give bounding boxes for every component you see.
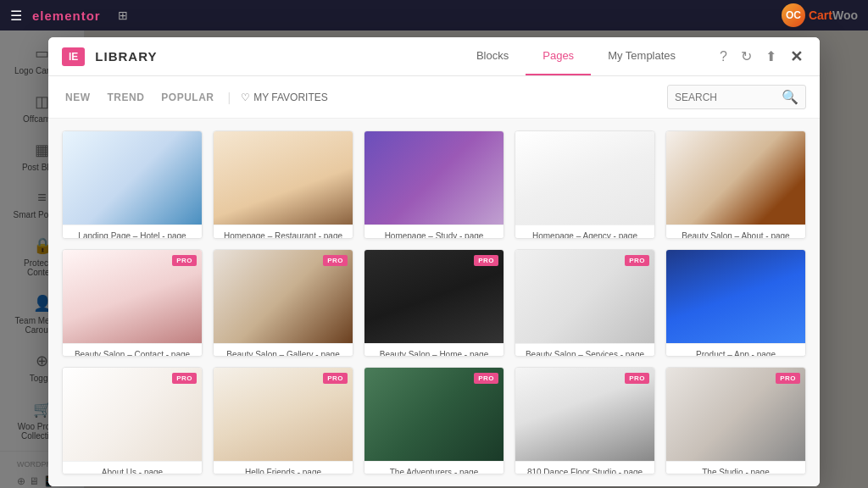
template-card[interactable]: Homepage – Agency - page — [515, 130, 655, 238]
template-label: Beauty Salon – Gallery - page — [214, 343, 353, 357]
template-thumbnail: PRO — [515, 368, 654, 461]
brand-name: CartWoo — [809, 8, 858, 22]
template-card[interactable]: PROBeauty Salon – Gallery - page — [213, 249, 353, 357]
template-thumbnail: PRO — [214, 250, 353, 343]
template-thumbnail: PRO — [364, 368, 504, 461]
filter-trend[interactable]: TREND — [104, 90, 148, 105]
template-label: Homepage – Agency - page — [515, 225, 654, 238]
library-badge: IE — [62, 47, 85, 66]
template-label: Landing Page – Hotel - page — [63, 225, 202, 238]
template-label: Product – App - page — [666, 343, 805, 357]
template-label: Beauty Salon – Services - page — [515, 343, 654, 357]
filter-bar: NEW TREND POPULAR | ♡ MY FAVORITES 🔍 — [48, 76, 820, 119]
template-card[interactable]: PROBeauty Salon – Home - page — [364, 249, 504, 357]
template-thumbnail — [63, 131, 202, 225]
modal-header: IE LIBRARY Blocks Pages My Templates ? ↻… — [48, 37, 820, 76]
grid-icon[interactable]: ⊞ — [118, 8, 128, 22]
template-thumbnail: PRO — [666, 368, 805, 461]
template-card[interactable]: Beauty Salon – About - page — [665, 130, 806, 238]
template-label: Beauty Salon – Home - page — [364, 343, 504, 357]
template-card[interactable]: Homepage – Restaurant - page — [213, 130, 353, 238]
tab-blocks[interactable]: Blocks — [459, 37, 526, 75]
templates-grid: Landing Page – Hotel - pageHomepage – Re… — [48, 119, 820, 486]
template-card[interactable]: PROThe Studio - page — [665, 367, 806, 474]
help-icon[interactable]: ? — [716, 46, 731, 68]
template-card[interactable]: PROBeauty Salon – Services - page — [515, 249, 655, 357]
close-icon[interactable]: ✕ — [787, 44, 806, 69]
brand-logo-icon: OC — [782, 3, 805, 27]
template-thumbnail — [666, 131, 805, 225]
tab-my-templates[interactable]: My Templates — [591, 37, 693, 75]
template-thumbnail: PRO — [515, 250, 654, 343]
template-thumbnail — [214, 131, 353, 225]
template-thumbnail: PRO — [364, 250, 504, 343]
filter-popular[interactable]: POPULAR — [158, 90, 217, 105]
template-card[interactable]: Product – App - page — [665, 249, 806, 357]
template-label: The Studio - page — [666, 461, 805, 474]
favorites-button[interactable]: ♡ MY FAVORITES — [241, 92, 328, 103]
tab-pages[interactable]: Pages — [526, 37, 591, 75]
template-label: The Adventurers - page — [364, 461, 504, 474]
template-label: Beauty Salon – About - page — [666, 225, 805, 238]
template-card[interactable]: PRO810 Dance Floor Studio - page — [515, 367, 655, 474]
template-thumbnail — [666, 250, 805, 343]
template-thumbnail — [364, 131, 504, 225]
template-thumbnail: PRO — [214, 368, 353, 461]
topbar: ☰ elementor ⊞ OC CartWoo — [0, 0, 868, 30]
search-input[interactable] — [675, 92, 776, 103]
modal-overlay: IE LIBRARY Blocks Pages My Templates ? ↻… — [0, 30, 868, 488]
modal-header-icons: ? ↻ ⬆ ✕ — [716, 44, 806, 69]
heart-icon: ♡ — [241, 92, 250, 103]
library-title: LIBRARY — [95, 49, 157, 64]
template-label: 810 Dance Floor Studio - page — [515, 461, 654, 474]
template-thumbnail — [515, 131, 654, 225]
template-thumbnail: PRO — [63, 368, 202, 461]
modal-tabs: Blocks Pages My Templates — [459, 37, 693, 75]
filter-separator: | — [228, 91, 231, 104]
template-label: Beauty Salon – Contact - page — [63, 343, 202, 357]
upload-icon[interactable]: ⬆ — [762, 45, 780, 68]
template-thumbnail: PRO — [63, 250, 202, 343]
favorites-label: MY FAVORITES — [253, 92, 328, 103]
refresh-icon[interactable]: ↻ — [737, 45, 755, 68]
template-card[interactable]: Homepage – Study - page — [364, 130, 504, 238]
template-label: Homepage – Restaurant - page — [214, 225, 353, 238]
template-label: About Us - page — [63, 461, 202, 474]
filter-new[interactable]: NEW — [62, 90, 94, 105]
template-card[interactable]: PROThe Adventurers - page — [364, 367, 504, 474]
search-box[interactable]: 🔍 — [667, 85, 806, 109]
template-card[interactable]: Landing Page – Hotel - page — [62, 130, 203, 238]
template-card[interactable]: PROAbout Us - page — [62, 367, 203, 474]
search-icon: 🔍 — [782, 89, 798, 105]
hamburger-icon[interactable]: ☰ — [10, 8, 22, 24]
brand-right: OC CartWoo — [782, 3, 858, 27]
modal-box: IE LIBRARY Blocks Pages My Templates ? ↻… — [48, 37, 820, 486]
template-card[interactable]: PROHello Friends - page — [213, 367, 353, 474]
template-card[interactable]: PROBeauty Salon – Contact - page — [62, 249, 203, 357]
template-label: Homepage – Study - page — [364, 225, 504, 238]
logo: elementor — [32, 8, 101, 23]
template-label: Hello Friends - page — [214, 461, 353, 474]
